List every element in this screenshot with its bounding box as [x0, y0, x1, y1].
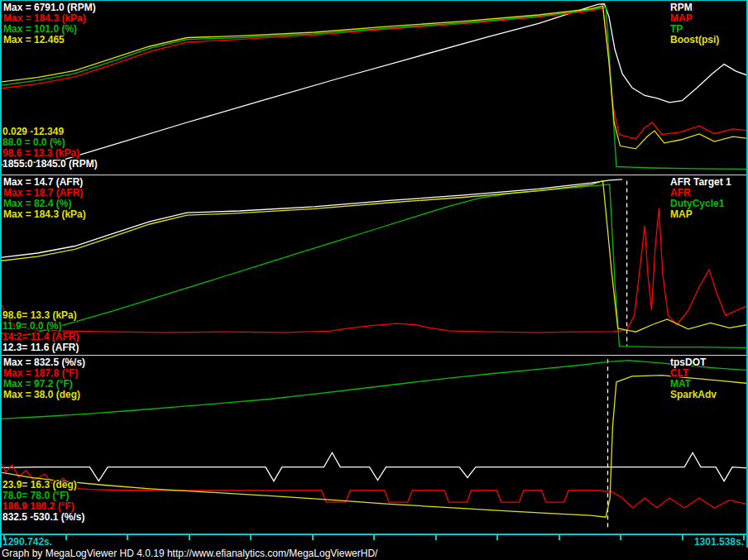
trace-rpm [0, 4, 748, 165]
panel-temps-legend: tpsDOTCLTMATSparkAdv [670, 357, 717, 400]
trace-dutycycle1 [0, 184, 748, 347]
cursor-value-label: 1855.0 1845.0 (RPM) [2, 159, 98, 170]
cursor-value-label: 12.3= 11.6 (AFR) [2, 342, 79, 353]
panel-rpm-max-labels: Max = 6791.0 (RPM)Max = 184.3 (kPa)Max =… [3, 2, 96, 45]
legend-item: Boost(psi) [670, 35, 719, 45]
panel-temps-max-labels: Max = 832.5 (%/s)Max = 187.8 (°F)Max = 9… [3, 357, 85, 400]
panel-afr-plot-area [0, 175, 748, 355]
graph-border-left [0, 0, 2, 548]
panel-rpm-plot-area [0, 1, 748, 175]
trace-tpsdot [0, 452, 748, 481]
trace-afr [0, 208, 748, 333]
time-axis-tick [435, 535, 437, 540]
time-axis-tick [250, 535, 252, 540]
megalogviewer-graph-window: Max = 6791.0 (RPM)Max = 184.3 (kPa)Max =… [0, 0, 748, 560]
trace-boost-psi- [0, 6, 748, 149]
time-end-label: 1301.538s. [694, 536, 744, 548]
footer-credit: Graph by MegaLogViewer HD 4.0.19 http://… [0, 548, 748, 560]
max-value-label: Max = 12.465 [3, 35, 96, 45]
time-axis-tick [559, 535, 560, 540]
trace-sparkadv [0, 376, 748, 518]
trace-clt [0, 462, 748, 508]
max-value-label: Max = 38.0 (deg) [3, 390, 85, 400]
panel-afr-legend: AFR Target 1AFRDutyCycle1MAP [670, 177, 731, 220]
panel-rpm-legend: RPMMAPTPBoost(psi) [670, 2, 719, 45]
panel-temps-cursor-values: 23.9= 16.3 (deg)78.0= 78.0 (°F)186.9 186… [2, 480, 84, 523]
time-axis-tick [189, 535, 190, 540]
trace-mat [0, 361, 748, 419]
time-axis-tick [373, 535, 375, 540]
legend-item: MAP [670, 209, 731, 220]
graph-panel-rpm[interactable]: Max = 6791.0 (RPM)Max = 184.3 (kPa)Max =… [0, 1, 748, 175]
panel-afr-cursor-values: 98.6= 13.3 (kPa)11.9= 0.0 (%)14.2= 11.4 … [2, 310, 79, 353]
time-axis-tick [312, 535, 314, 540]
panel-temps-plot-area [0, 356, 748, 534]
legend-item: SparkAdv [670, 390, 717, 400]
trace-map [0, 181, 748, 333]
time-axis: 1290.742s. 1301.538s. [0, 534, 748, 548]
graph-panel-temps[interactable]: Max = 832.5 (%/s)Max = 187.8 (°F)Max = 9… [0, 356, 748, 534]
time-axis-tick [496, 535, 498, 540]
time-axis-tick [65, 535, 67, 540]
cursor-value-label: 832.5 -530.1 (%/s) [2, 512, 84, 523]
time-start-label: 1290.742s. [2, 536, 52, 548]
time-axis-tick [620, 535, 621, 540]
panel-afr-max-labels: Max = 14.7 (AFR)Max = 18.7 (AFR)Max = 82… [3, 177, 86, 220]
graph-panel-afr[interactable]: Max = 14.7 (AFR)Max = 18.7 (AFR)Max = 82… [0, 175, 748, 355]
time-axis-tick [682, 535, 683, 540]
panel-rpm-cursor-values: 0.029 -12.34988.0 = 0.0 (%)98.6 = 13.3 (… [2, 127, 98, 170]
trace-afr-target-1 [0, 179, 622, 258]
time-axis-ticks [0, 535, 748, 540]
time-axis-tick [127, 535, 128, 540]
max-value-label: Max = 184.3 (kPa) [3, 209, 86, 220]
graph-border-top [0, 0, 748, 1]
